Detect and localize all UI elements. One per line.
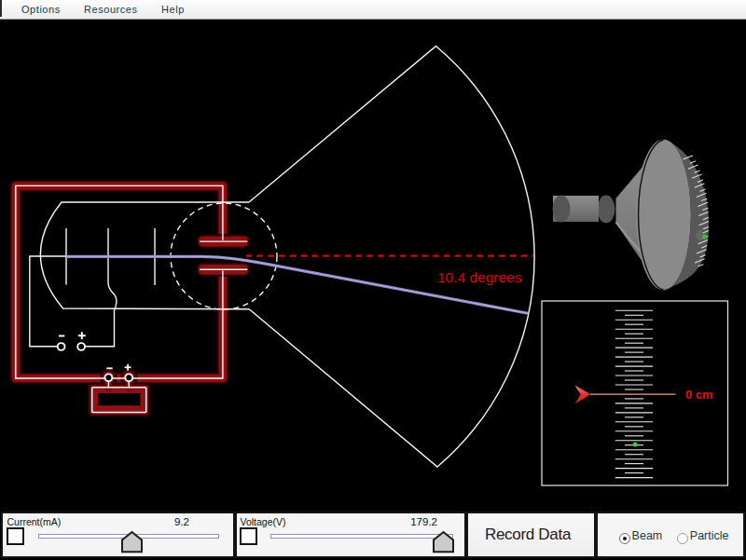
svg-text:0 cm: 0 cm <box>685 388 713 402</box>
svg-text:10.4 degrees: 10.4 degrees <box>437 269 522 285</box>
